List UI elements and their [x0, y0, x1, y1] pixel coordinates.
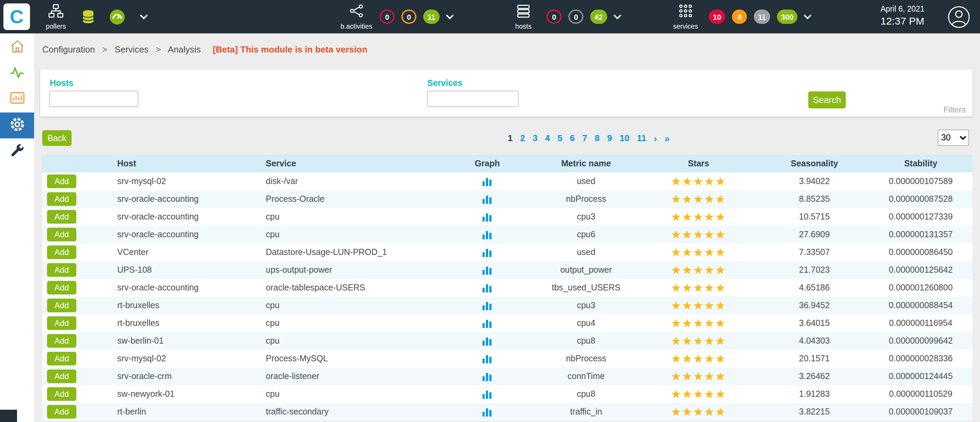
add-button[interactable]: Add: [47, 352, 76, 365]
breadcrumb-analysis[interactable]: Analysis: [168, 44, 201, 54]
seasonality-cell: 20.1571: [760, 350, 869, 368]
graph-icon[interactable]: [482, 176, 493, 186]
user-avatar[interactable]: [947, 5, 970, 31]
counter-badge[interactable]: 10: [709, 10, 725, 24]
page-link-6[interactable]: 6: [570, 133, 574, 143]
graph-icon[interactable]: [482, 265, 493, 274]
graph-icon[interactable]: [482, 318, 493, 328]
bar-chart-icon: [8, 90, 25, 109]
seasonality-cell: 36.9452: [760, 296, 869, 314]
hosts-icon: [516, 3, 531, 21]
counter-badge[interactable]: 0: [547, 10, 562, 24]
counter-badge[interactable]: 42: [590, 10, 607, 24]
graph-icon[interactable]: [482, 283, 493, 292]
graph-cell: [439, 208, 535, 226]
pollers-group[interactable]: pollers: [37, 0, 75, 33]
stability-cell: 0.000000110529: [869, 385, 972, 403]
page-link-10[interactable]: 10: [619, 133, 629, 143]
add-button[interactable]: Add: [47, 369, 76, 383]
graph-icon[interactable]: [482, 229, 493, 239]
table-row: Add rt-berlin traffic-secondary traffic_…: [42, 403, 972, 420]
search-button[interactable]: Search: [808, 91, 846, 108]
latency-status-icon[interactable]: [109, 0, 126, 33]
graph-icon[interactable]: [482, 354, 493, 363]
services-chevron-down-icon[interactable]: [804, 14, 812, 19]
hosts-filter-input[interactable]: [49, 91, 138, 107]
hosts-group[interactable]: hosts 0042: [504, 0, 621, 33]
stars-rating: ★★★★★: [637, 208, 760, 226]
hosts-chevron-down-icon[interactable]: [613, 14, 621, 19]
next-page-icon[interactable]: ›: [654, 133, 657, 143]
page-link-3[interactable]: 3: [533, 133, 538, 143]
counter-badge[interactable]: 0: [380, 10, 395, 24]
centreon-logo[interactable]: C: [3, 3, 30, 30]
add-button[interactable]: Add: [47, 387, 76, 401]
breadcrumb-services[interactable]: Services: [115, 44, 149, 54]
add-button[interactable]: Add: [47, 299, 76, 312]
table-row: Add UPS-108 ups-output-power output_powe…: [42, 261, 972, 279]
page-link-7[interactable]: 7: [582, 133, 587, 143]
page-link-8[interactable]: 8: [595, 133, 600, 143]
page-link-2[interactable]: 2: [520, 133, 525, 143]
database-status-icon[interactable]: [80, 0, 96, 33]
pollers-chevron-down-icon[interactable]: [140, 0, 148, 33]
graph-icon[interactable]: [482, 389, 493, 398]
sidebar-item-administration[interactable]: [0, 139, 34, 164]
add-button[interactable]: Add: [47, 245, 76, 259]
service-cell: oracle-listener: [256, 368, 439, 385]
seasonality-cell: 21.7023: [760, 261, 869, 279]
stability-cell: 0.000000131357: [869, 226, 972, 244]
bactivities-group[interactable]: b.activities 0011: [337, 0, 454, 33]
seasonality-cell: 3.26462: [760, 368, 869, 385]
table-row: Add srv-oracle-accounting oracle-tablesp…: [42, 279, 972, 296]
graph-icon[interactable]: [482, 371, 493, 381]
page-link-9[interactable]: 9: [607, 133, 612, 143]
metric-cell: used: [535, 172, 637, 190]
header-host: Host: [107, 155, 256, 172]
sidebar-collapse[interactable]: [0, 410, 17, 422]
table-row: Add srv-oracle-accounting cpu cpu6 ★★★★★…: [42, 226, 972, 244]
back-button[interactable]: Back: [42, 130, 72, 146]
add-button[interactable]: Add: [47, 334, 76, 348]
counter-badge[interactable]: 0: [568, 10, 583, 24]
counter-badge[interactable]: 11: [754, 10, 770, 24]
service-cell: cpu: [256, 332, 439, 350]
add-button[interactable]: Add: [47, 316, 76, 330]
analysis-table-body: Add srv-mysql-02 disk-/var used ★★★★★ 3.…: [42, 172, 972, 420]
stability-cell: 0.000000127339: [869, 208, 972, 226]
graph-icon[interactable]: [482, 194, 493, 204]
last-page-icon[interactable]: »: [665, 133, 670, 143]
graph-icon[interactable]: [482, 300, 493, 310]
add-button[interactable]: Add: [47, 210, 76, 224]
add-button[interactable]: Add: [47, 405, 76, 419]
graph-icon[interactable]: [482, 407, 493, 416]
header-add: [42, 155, 107, 172]
counter-badge[interactable]: 0: [401, 10, 417, 24]
services-filter-input[interactable]: [427, 91, 519, 107]
breadcrumb-configuration[interactable]: Configuration: [42, 44, 95, 54]
add-button[interactable]: Add: [47, 281, 76, 295]
counter-badge[interactable]: 300: [777, 10, 798, 24]
add-button[interactable]: Add: [47, 263, 76, 277]
counter-badge[interactable]: 8: [732, 10, 747, 24]
graph-icon[interactable]: [482, 212, 493, 221]
sidebar-item-home[interactable]: [0, 35, 34, 61]
sidebar-item-reports[interactable]: [0, 87, 34, 113]
page-size-select[interactable]: 30: [938, 129, 969, 146]
hosts-filter-label: Hosts: [50, 78, 73, 88]
page-link-1: 1: [508, 133, 512, 143]
sidebar-item-monitoring[interactable]: [0, 61, 34, 87]
host-cell: VCenter: [107, 244, 256, 261]
add-button[interactable]: Add: [47, 228, 76, 241]
counter-badge[interactable]: 11: [423, 10, 439, 24]
bactivities-chevron-down-icon[interactable]: [446, 14, 454, 19]
sidebar-item-configuration[interactable]: [0, 113, 34, 139]
page-link-4[interactable]: 4: [545, 133, 550, 143]
services-group[interactable]: services 10811300: [667, 0, 812, 33]
graph-icon[interactable]: [482, 336, 493, 345]
graph-icon[interactable]: [482, 247, 493, 257]
add-button[interactable]: Add: [47, 175, 76, 188]
add-button[interactable]: Add: [47, 192, 76, 206]
page-link-5[interactable]: 5: [557, 133, 562, 143]
page-link-11[interactable]: 11: [637, 133, 646, 143]
